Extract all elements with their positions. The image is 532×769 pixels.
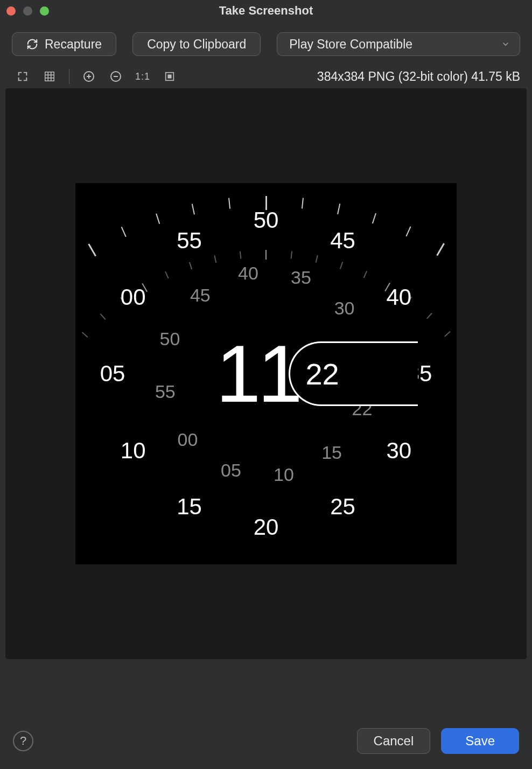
save-button[interactable]: Save	[441, 728, 519, 754]
inner-tick	[240, 251, 241, 259]
inner-tick	[82, 332, 88, 338]
titlebar: Take Screenshot	[0, 0, 532, 22]
inner-ring-number: 50	[160, 328, 180, 349]
image-info-label: 384x384 PNG (32-bit color) 41.75 kB	[317, 69, 520, 84]
recapture-label: Recapture	[45, 37, 102, 52]
outer-ring-number: 20	[254, 514, 279, 540]
minimize-window-button[interactable]	[23, 6, 32, 16]
inner-ring-number: 00	[178, 429, 198, 450]
footer: ? Cancel Save	[0, 718, 532, 769]
minute-value: 22	[305, 356, 339, 392]
cancel-label: Cancel	[374, 733, 414, 749]
zoom-in-icon[interactable]	[81, 69, 96, 84]
inner-tick	[316, 255, 318, 263]
outer-tick	[372, 213, 376, 224]
inner-ring-number: 45	[190, 285, 211, 306]
actual-size-button[interactable]: 1:1	[135, 69, 150, 84]
zoom-out-icon[interactable]	[108, 69, 123, 84]
help-button[interactable]: ?	[13, 731, 33, 751]
window-title: Take Screenshot	[0, 4, 532, 18]
inner-ring-number: 10	[274, 464, 294, 485]
inner-ring-number: 55	[155, 381, 176, 402]
outer-ring-number: 25	[330, 494, 355, 520]
chevron-down-icon	[501, 40, 510, 48]
svg-rect-0	[45, 72, 54, 81]
hour-display: 11	[216, 327, 299, 421]
close-window-button[interactable]	[6, 6, 16, 16]
profile-select[interactable]: Play Store Compatible	[277, 32, 520, 56]
outer-tick	[121, 227, 127, 237]
svg-rect-4	[168, 75, 171, 78]
outer-ring-number: 10	[121, 438, 146, 464]
inner-ring-number: 35	[291, 267, 311, 288]
save-label: Save	[465, 733, 495, 749]
outer-tick	[405, 226, 411, 236]
grid-icon[interactable]	[42, 69, 57, 84]
inner-tick	[340, 262, 343, 269]
outer-tick	[436, 243, 445, 256]
inner-tick	[426, 313, 432, 319]
inner-tick	[291, 251, 292, 258]
outer-tick	[337, 204, 340, 214]
inner-ring-number: 30	[334, 297, 355, 318]
inner-tick	[165, 271, 169, 279]
outer-tick	[228, 198, 230, 209]
inner-ring-number: 15	[321, 442, 342, 463]
inner-tick	[363, 271, 368, 278]
outer-tick	[302, 198, 304, 208]
outer-ring-number: 30	[386, 438, 411, 464]
crop-icon[interactable]	[162, 69, 177, 84]
recapture-button[interactable]: Recapture	[12, 32, 116, 56]
toolbar-separator	[69, 69, 69, 84]
cancel-button[interactable]: Cancel	[357, 728, 431, 754]
outer-ring-number: 50	[254, 207, 279, 233]
profile-selected-label: Play Store Compatible	[289, 37, 412, 52]
inner-tick	[189, 262, 192, 270]
action-row: Recapture Copy to Clipboard Play Store C…	[0, 22, 532, 64]
outer-tick	[156, 213, 160, 224]
outer-tick	[192, 204, 195, 214]
inner-ring-number: 05	[221, 459, 241, 480]
fit-to-window-icon[interactable]	[15, 69, 30, 84]
inner-tick	[100, 313, 106, 320]
outer-ring-number: 45	[330, 228, 355, 254]
outer-ring-number: 05	[100, 361, 125, 387]
outer-ring-number: 00	[121, 284, 146, 310]
copy-label: Copy to Clipboard	[147, 37, 246, 52]
refresh-icon	[26, 38, 38, 50]
inner-tick	[214, 255, 216, 263]
window-controls	[6, 6, 49, 16]
watchface-preview: 3530252015100500555045402215100500555045…	[75, 183, 457, 564]
minute-display: 22	[289, 341, 418, 406]
inner-tick	[265, 250, 267, 260]
outer-ring-number: 15	[177, 494, 202, 520]
inner-ring-number: 40	[238, 262, 258, 283]
preview-toolbar: 1:1 384x384 PNG (32-bit color) 41.75 kB	[0, 64, 532, 88]
outer-tick	[88, 243, 96, 256]
outer-ring-number: 55	[177, 228, 202, 254]
inner-tick	[444, 331, 451, 337]
zoom-window-button[interactable]	[40, 6, 49, 16]
preview-area: 3530252015100500555045402215100500555045…	[5, 88, 527, 659]
outer-ring-number: 40	[386, 284, 411, 310]
copy-to-clipboard-button[interactable]: Copy to Clipboard	[132, 32, 261, 56]
